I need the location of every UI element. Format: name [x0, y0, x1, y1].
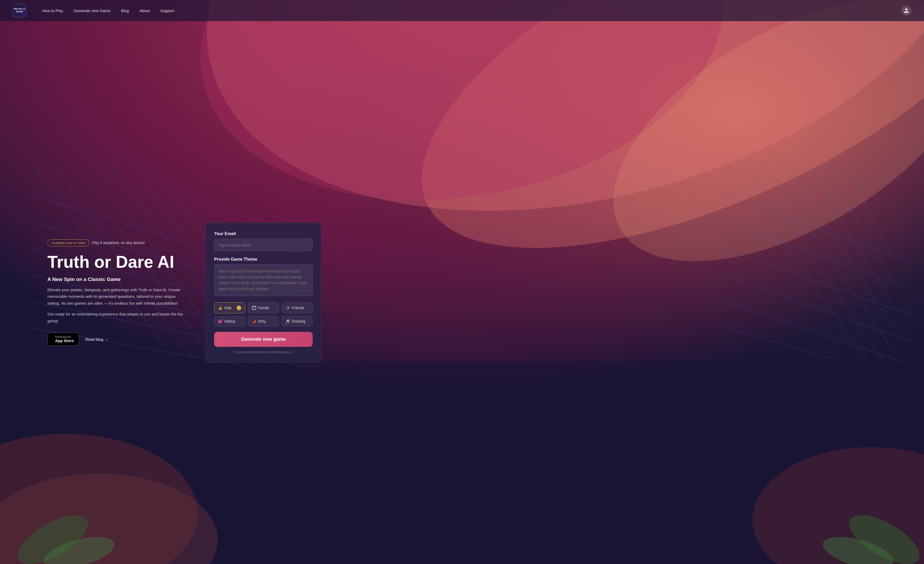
category-dirty[interactable]: 🌶️ Dirty [248, 316, 279, 326]
theme-textarea[interactable] [214, 264, 313, 296]
form-section: Your Email Provide Game Theme 👧 Kids ✓ 👨… [206, 223, 321, 362]
read-blog-link[interactable]: Read blog → [86, 337, 108, 341]
app-store-small: Download the [55, 335, 74, 338]
generate-button[interactable]: Generate new game [214, 332, 313, 347]
nav-about[interactable]: About [140, 8, 150, 13]
friends-label: Friends [292, 306, 304, 310]
form-hint: If you have an account, we'll log you in [214, 350, 313, 354]
kids-label: Kids [224, 306, 231, 310]
dating-emoji: 💕 [218, 319, 223, 323]
category-dating[interactable]: 💕 Dating [214, 316, 245, 326]
email-label: Your Email [214, 232, 313, 236]
user-icon-button[interactable] [902, 6, 911, 15]
family-emoji: 👨‍👩‍👧 [252, 306, 256, 310]
hero-title: Truth or Dare AI [47, 253, 184, 271]
category-drinking[interactable]: 🥂 Drinking [282, 316, 313, 326]
hero-desc1: Elevate your parties, hangouts, and gath… [47, 286, 184, 307]
app-store-text: Download the App Store [55, 335, 74, 343]
nav-blog[interactable]: Blog [121, 8, 129, 13]
dirty-emoji: 🌶️ [252, 319, 256, 323]
drinking-label: Drinking [292, 319, 305, 323]
hero-section: Available now on web! Play it anywhere, … [47, 239, 184, 346]
category-family[interactable]: 👨‍👩‍👧 Family [248, 302, 279, 313]
category-grid: 👧 Kids ✓ 👨‍👩‍👧 Family 👫 Friends 💕 Dating [214, 302, 313, 326]
dating-label: Dating [224, 319, 235, 323]
available-badge: Available now on web! Play it anywhere, … [47, 239, 145, 247]
kids-emoji: 👧 [218, 306, 223, 310]
nav-support[interactable]: Support [160, 8, 174, 13]
email-input[interactable] [214, 239, 313, 251]
form-card: Your Email Provide Game Theme 👧 Kids ✓ 👨… [206, 223, 321, 362]
navbar: TRUTH or DARE How to Play Generate new G… [0, 0, 924, 21]
hero-desc2: Get ready for an entertaining experience… [47, 311, 184, 324]
category-friends[interactable]: 👫 Friends [282, 302, 313, 313]
main-content: Available now on web! Play it anywhere, … [0, 21, 924, 564]
cta-row: Download the App Store Read blog → [47, 332, 184, 346]
nav-generate-game[interactable]: Generate new Game [74, 8, 110, 13]
drinking-emoji: 🥂 [285, 319, 290, 323]
user-icon [903, 8, 909, 14]
dirty-label: Dirty [258, 319, 266, 323]
app-store-button[interactable]: Download the App Store [47, 332, 79, 346]
logo[interactable]: TRUTH or DARE [13, 4, 26, 17]
badge-subtitle: Play it anywhere, on any device! [92, 241, 145, 245]
kids-check: ✓ [237, 305, 241, 310]
theme-label: Provide Game Theme [214, 257, 313, 262]
nav-how-to-play[interactable]: How to Play [42, 8, 63, 13]
category-kids[interactable]: 👧 Kids ✓ [214, 302, 245, 313]
hero-subtitle: A New Spin on a Classic Game [47, 277, 184, 282]
logo-badge: TRUTH or DARE [13, 4, 26, 17]
nav-links: How to Play Generate new Game Blog About… [42, 8, 902, 13]
app-store-big: App Store [55, 338, 74, 343]
friends-emoji: 👫 [285, 306, 290, 310]
badge-pill: Available now on web! [47, 239, 89, 247]
family-label: Family [258, 306, 269, 310]
